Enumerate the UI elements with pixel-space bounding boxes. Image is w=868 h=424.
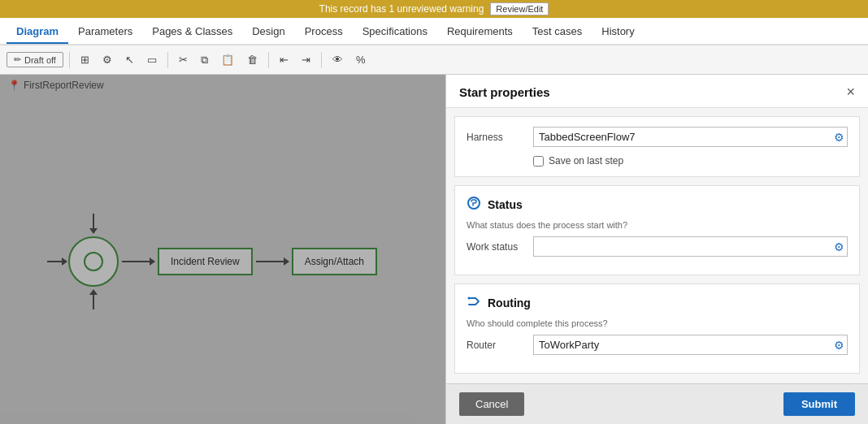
- routing-section-header: Routing: [467, 294, 848, 312]
- status-icon: [467, 196, 481, 214]
- router-label: Router: [467, 335, 523, 351]
- harness-section: Harness ⚙ Save on last step: [454, 116, 860, 177]
- eye-icon: 👁: [332, 54, 343, 66]
- copy-icon: ⧉: [201, 54, 208, 67]
- routing-section: Routing Who should complete this process…: [454, 283, 860, 374]
- cut-icon: ✂: [179, 54, 188, 66]
- svg-point-1: [468, 297, 471, 300]
- warning-bar: This record has 1 unreviewed warning Rev…: [0, 0, 868, 18]
- toolbar: ✏ Draft off ⊞ ⚙ ↖ ▭ ✂ ⧉ 📋 🗑 ⇤ ⇥ 👁 %: [0, 45, 868, 75]
- settings-button[interactable]: ⚙: [98, 51, 117, 68]
- modal-body[interactable]: Harness ⚙ Save on last step S: [446, 108, 868, 383]
- status-section: Status What status does the process star…: [454, 185, 860, 275]
- draft-label: Draft off: [24, 55, 56, 65]
- status-section-header: Status: [467, 196, 848, 214]
- work-status-input-wrap: ⚙: [533, 236, 848, 257]
- tab-design[interactable]: Design: [242, 20, 294, 44]
- tab-process[interactable]: Process: [295, 20, 353, 44]
- tab-parameters[interactable]: Parameters: [68, 20, 142, 44]
- rectangle-icon: ▭: [147, 54, 157, 66]
- diagram-area: 📍 FirstReportReview: [0, 75, 868, 424]
- harness-field-row: Harness ⚙: [467, 127, 848, 147]
- tab-bar: Diagram Parameters Pages & Classes Desig…: [0, 18, 868, 45]
- routing-title: Routing: [488, 296, 531, 309]
- toolbar-separator-4: [321, 52, 322, 68]
- tab-history[interactable]: History: [592, 20, 644, 44]
- router-field-row: Router ⚙: [467, 335, 848, 355]
- harness-input[interactable]: [533, 127, 848, 147]
- save-on-last-step-checkbox[interactable]: [533, 156, 544, 167]
- toolbar-separator-1: [69, 52, 70, 68]
- align-right-icon: ⇥: [302, 54, 310, 66]
- pencil-icon: ✏: [14, 54, 21, 65]
- cancel-button[interactable]: Cancel: [459, 392, 524, 416]
- percent-button[interactable]: %: [351, 51, 371, 68]
- modal-footer: Cancel Submit: [446, 383, 868, 424]
- toolbar-separator-2: [167, 52, 168, 68]
- cursor-button[interactable]: ↖: [120, 51, 139, 68]
- work-status-field-row: Work status ⚙: [467, 236, 848, 257]
- status-subtitle: What status does the process start with?: [467, 220, 848, 230]
- tab-diagram[interactable]: Diagram: [7, 20, 68, 44]
- harness-label: Harness: [467, 127, 523, 143]
- router-input-wrap: ⚙: [533, 335, 848, 355]
- router-settings-icon[interactable]: ⚙: [834, 339, 844, 352]
- percent-icon: %: [356, 54, 366, 66]
- warning-message: This record has 1 unreviewed warning: [319, 3, 484, 15]
- submit-button[interactable]: Submit: [783, 392, 855, 416]
- modal-title: Start properties: [459, 85, 550, 99]
- tab-specifications[interactable]: Specifications: [353, 20, 437, 44]
- eye-button[interactable]: 👁: [328, 51, 348, 68]
- tab-test-cases[interactable]: Test cases: [523, 20, 592, 44]
- align-left-button[interactable]: ⇤: [275, 51, 293, 68]
- tab-requirements[interactable]: Requirements: [437, 20, 523, 44]
- add-box-icon: ⊞: [80, 54, 89, 66]
- modal-panel: Start properties × Harness ⚙ Save on las…: [445, 75, 868, 424]
- cursor-icon: ↖: [125, 54, 134, 66]
- toolbar-separator-3: [268, 52, 269, 68]
- rectangle-button[interactable]: ▭: [142, 51, 162, 68]
- review-edit-button[interactable]: Review/Edit: [490, 2, 549, 15]
- work-status-label: Work status: [467, 236, 523, 253]
- modal-close-button[interactable]: ×: [846, 84, 855, 99]
- router-input[interactable]: [533, 335, 848, 355]
- save-on-last-step-label: Save on last step: [549, 155, 623, 167]
- paste-button[interactable]: 📋: [216, 51, 239, 68]
- save-on-last-step-row: Save on last step: [533, 155, 848, 167]
- add-button[interactable]: ⊞: [76, 51, 94, 68]
- trash-icon: 🗑: [247, 54, 258, 66]
- align-left-icon: ⇤: [280, 54, 289, 66]
- routing-subtitle: Who should complete this process?: [467, 318, 848, 328]
- tab-pages-classes[interactable]: Pages & Classes: [142, 20, 242, 44]
- work-status-settings-icon[interactable]: ⚙: [834, 240, 844, 253]
- delete-button[interactable]: 🗑: [242, 51, 263, 68]
- harness-input-wrap: ⚙: [533, 127, 848, 147]
- gear-icon: ⚙: [102, 54, 112, 66]
- paste-icon: 📋: [221, 54, 234, 66]
- align-right-button[interactable]: ⇥: [297, 51, 315, 68]
- draft-button[interactable]: ✏ Draft off: [7, 52, 63, 67]
- modal-header: Start properties ×: [446, 75, 868, 108]
- status-title: Status: [488, 198, 523, 211]
- copy-button[interactable]: ⧉: [196, 51, 213, 69]
- routing-icon: [467, 294, 481, 312]
- cut-button[interactable]: ✂: [174, 51, 193, 68]
- harness-settings-icon[interactable]: ⚙: [834, 131, 844, 144]
- work-status-input[interactable]: [533, 236, 848, 257]
